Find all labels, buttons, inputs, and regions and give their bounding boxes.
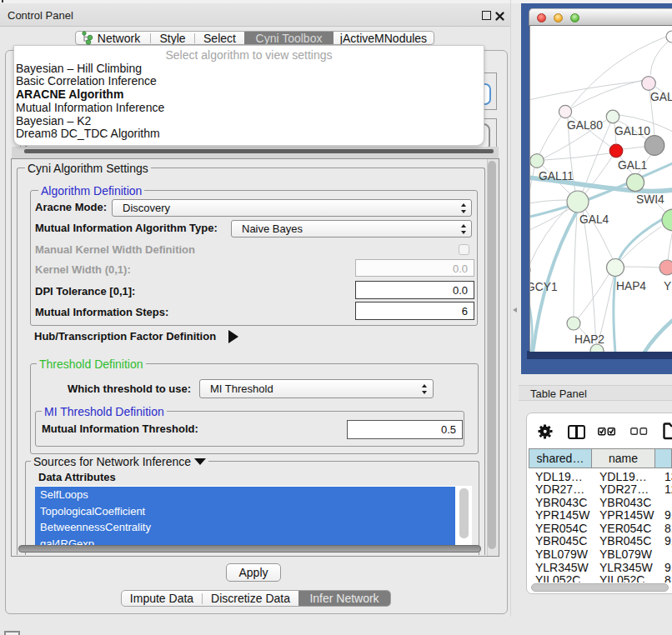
svg-text:GAL7: GAL7: [650, 91, 672, 103]
svg-text:GAL10: GAL10: [614, 125, 650, 138]
svg-text:GAL80: GAL80: [567, 119, 603, 132]
svg-text:GCY1: GCY1: [530, 281, 558, 293]
svg-text:GAL11: GAL11: [539, 170, 574, 182]
svg-text:GAL4: GAL4: [579, 213, 609, 226]
svg-text:Y: Y: [664, 280, 671, 292]
svg-text:HAP4: HAP4: [616, 280, 646, 292]
svg-text:HAP2: HAP2: [574, 333, 604, 346]
svg-text:GAL1: GAL1: [618, 159, 647, 172]
svg-text:SWI4: SWI4: [636, 193, 664, 206]
